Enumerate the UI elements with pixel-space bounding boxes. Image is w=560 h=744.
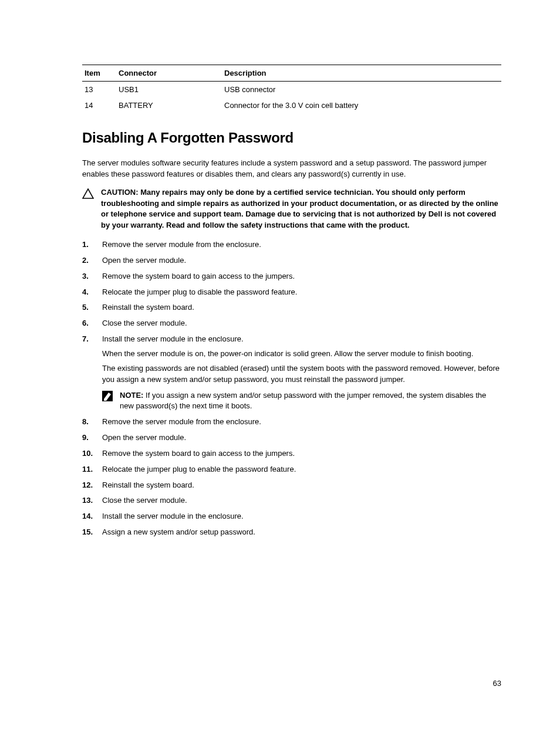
- step-text: Relocate the jumper plug to enable the p…: [102, 465, 296, 474]
- step-text: Install the server module in the enclosu…: [102, 334, 244, 343]
- section-title: Disabling A Forgotten Password: [82, 130, 501, 146]
- intro-paragraph: The server modules software security fea…: [82, 158, 501, 180]
- note-icon: [102, 390, 114, 412]
- step-text: Close the server module.: [102, 319, 187, 327]
- step-text: Open the server module.: [102, 433, 186, 442]
- list-item: Reinstall the system board.: [82, 480, 501, 491]
- connector-table: Item Connector Description 13 USB1 USB c…: [82, 65, 501, 113]
- note-text: If you assign a new system and/or setup …: [120, 391, 486, 411]
- cell-item: 13: [82, 82, 116, 98]
- list-item: Open the server module.: [82, 432, 501, 444]
- caution-text: Many repairs may only be done by a certi…: [101, 188, 498, 230]
- step-text: Open the server module.: [102, 256, 186, 265]
- list-item: Remove the server module from the enclos…: [82, 417, 501, 428]
- list-item: Install the server module in the enclosu…: [82, 334, 501, 412]
- step-text: Relocate the jumper plug to disable the …: [102, 288, 297, 296]
- list-item: Remove the system board to gain access t…: [82, 271, 501, 282]
- step-text: Reinstall the system board.: [102, 481, 194, 489]
- list-item: Relocate the jumper plug to enable the p…: [82, 464, 501, 475]
- table-row: 13 USB1 USB connector: [82, 82, 501, 98]
- note-callout: NOTE: If you assign a new system and/or …: [102, 390, 501, 412]
- step-text: Remove the server module from the enclos…: [102, 417, 261, 426]
- table-header-description: Description: [222, 65, 501, 82]
- cell-description: Connector for the 3.0 V coin cell batter…: [222, 97, 501, 113]
- list-item: Reinstall the system board.: [82, 302, 501, 313]
- table-header-item: Item: [82, 65, 116, 82]
- page-number: 63: [493, 679, 501, 688]
- step-para: When the server module is on, the power-…: [102, 349, 501, 360]
- step-text: Reinstall the system board.: [102, 303, 194, 312]
- cell-connector: BATTERY: [116, 97, 222, 113]
- note-label: NOTE:: [120, 391, 143, 400]
- list-item: Install the server module in the enclosu…: [82, 511, 501, 522]
- step-text: Remove the system board to gain access t…: [102, 272, 295, 280]
- list-item: Relocate the jumper plug to disable the …: [82, 287, 501, 298]
- list-item: Remove the system board to gain access t…: [82, 448, 501, 459]
- table-header-connector: Connector: [116, 65, 222, 82]
- svg-marker-0: [83, 189, 93, 198]
- step-text: Assign a new system and/or setup passwor…: [102, 527, 255, 536]
- list-item: Close the server module.: [82, 495, 501, 506]
- step-text: Close the server module.: [102, 496, 187, 505]
- step-para: The existing passwords are not disabled …: [102, 363, 501, 385]
- caution-callout: CAUTION: Many repairs may only be done b…: [82, 187, 501, 231]
- list-item: Open the server module.: [82, 255, 501, 266]
- step-text: Remove the server module from the enclos…: [102, 240, 261, 249]
- steps-list: Remove the server module from the enclos…: [82, 239, 501, 538]
- list-item: Close the server module.: [82, 318, 501, 329]
- list-item: Remove the server module from the enclos…: [82, 239, 501, 251]
- step-text: Install the server module in the enclosu…: [102, 512, 244, 520]
- caution-icon: [82, 187, 94, 231]
- cell-description: USB connector: [222, 82, 501, 98]
- table-row: 14 BATTERY Connector for the 3.0 V coin …: [82, 97, 501, 113]
- caution-label: CAUTION:: [101, 188, 139, 197]
- list-item: Assign a new system and/or setup passwor…: [82, 527, 501, 538]
- cell-item: 14: [82, 97, 116, 113]
- step-text: Remove the system board to gain access t…: [102, 449, 295, 458]
- cell-connector: USB1: [116, 82, 222, 98]
